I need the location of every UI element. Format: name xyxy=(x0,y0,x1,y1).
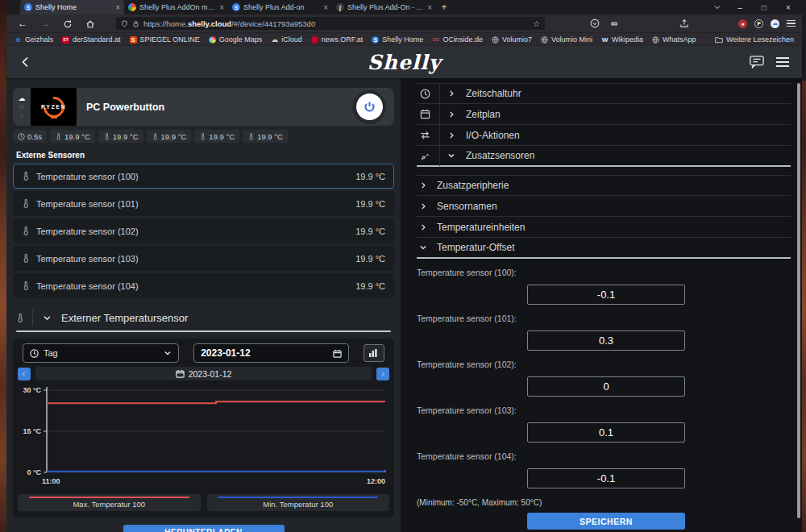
bookmark-google-maps[interactable]: GGoogle Maps xyxy=(209,35,263,44)
wikipedia-favicon: W xyxy=(601,36,609,44)
menu-divider xyxy=(439,125,440,145)
sensor-row-101[interactable]: Temperature sensor (101) 19.9 °C xyxy=(13,191,394,216)
svg-text:11:00: 11:00 xyxy=(42,477,60,485)
power-button[interactable] xyxy=(352,90,386,124)
legend-max[interactable]: Max. Temperatur 100 xyxy=(18,494,201,511)
next-day-button[interactable] xyxy=(376,368,389,380)
submenu-sensornamen[interactable]: Sensornamen xyxy=(417,196,791,217)
bookmark-icloud[interactable]: ☁iCloud xyxy=(271,35,302,44)
app-menu-icon[interactable] xyxy=(776,55,789,69)
globe-icon xyxy=(541,36,548,44)
home-button[interactable] xyxy=(81,15,100,32)
orf-favicon xyxy=(311,36,318,44)
prev-day-button[interactable] xyxy=(18,368,31,380)
tab-shelly-home[interactable]: S Shelly Home × xyxy=(20,0,124,15)
date-input[interactable]: 2023-01-12 xyxy=(193,343,349,363)
tab-list-chevron-icon[interactable] xyxy=(713,3,721,11)
offset-label-101: Temperature sensor (101): xyxy=(417,314,791,323)
download-button[interactable]: HERUNTERLADEN xyxy=(123,525,285,532)
minimize-button[interactable]: – xyxy=(734,3,746,12)
sensor-row-103[interactable]: Temperature sensor (103) 19.9 °C xyxy=(13,246,394,271)
chevron-right-icon xyxy=(447,131,455,139)
menu-icon[interactable] xyxy=(787,20,796,27)
bar-chart-icon xyxy=(369,349,379,357)
save-page-icon[interactable] xyxy=(679,19,689,28)
tab-plus-addon[interactable]: S Shelly Plus Add-on × xyxy=(228,0,332,15)
chart-type-button[interactable] xyxy=(364,344,384,362)
submenu-zusatzperipherie[interactable]: Zusatzperipherie xyxy=(417,175,791,196)
adblock-extension-icon[interactable]: ● xyxy=(738,19,747,28)
chevron-right-icon xyxy=(447,89,455,98)
bookmark-geizhals[interactable]: GGeizhals xyxy=(15,35,53,44)
forward-button[interactable]: → xyxy=(35,15,55,32)
bookmark-derstandard[interactable]: STderStandard.at xyxy=(62,35,121,44)
bookmark-wikipedia[interactable]: WWikipedia xyxy=(601,35,643,44)
bookmark-volumio7[interactable]: Volumio7 xyxy=(492,35,532,44)
tab-close-icon[interactable]: × xyxy=(219,3,224,12)
legend-min[interactable]: Min. Temperatur 100 xyxy=(207,494,390,511)
tab-close-icon[interactable]: × xyxy=(427,3,432,12)
bookmarks-more[interactable]: Weitere Lesezeichen xyxy=(715,35,794,44)
save-button[interactable]: SPEICHERN xyxy=(527,513,685,530)
offset-label-100: Temperature sensor (100): xyxy=(417,268,791,277)
chevron-down-icon xyxy=(164,349,172,357)
tab-addon-shop[interactable]: ʃ Shelly Plus Add-On - All Produ × xyxy=(332,0,436,15)
bookmark-volumio-mini[interactable]: Volumio Mini xyxy=(541,35,592,44)
submenu-temperatureinheiten[interactable]: Temperatureinheiten xyxy=(417,217,791,238)
history-controls: Tag 2023-01-12 xyxy=(18,343,389,363)
pocket-icon[interactable] xyxy=(590,19,600,28)
back-chevron-icon[interactable] xyxy=(19,56,32,69)
close-button[interactable]: × xyxy=(783,3,794,12)
sensor-row-102[interactable]: Temperature sensor (102) 19.9 °C xyxy=(13,218,394,243)
cloud-extension-icon[interactable]: ☁ xyxy=(771,19,779,28)
p-extension-icon[interactable]: P xyxy=(754,19,763,28)
infinity-extension-icon[interactable]: ∞ xyxy=(611,18,618,29)
menu-item-io-aktionen[interactable]: I/O-Aktionen xyxy=(417,125,791,146)
device-quick-icons: ☁ ⟳ < xyxy=(13,94,31,120)
offset-input-101[interactable] xyxy=(527,330,685,351)
bookmark-whatsapp[interactable]: WhatsApp xyxy=(652,35,696,44)
tab-addon-manual[interactable]: Shelly Plus AddOn manual - Go × xyxy=(124,0,228,15)
menu-item-zusatzsensoren[interactable]: Zusatzsensoren xyxy=(417,146,791,167)
extension-icons: ● P ☁ xyxy=(738,19,796,28)
sensor-row-104[interactable]: Temperature sensor (104) 19.9 °C xyxy=(13,273,394,298)
reload-button[interactable] xyxy=(58,15,77,32)
tab-close-icon[interactable]: × xyxy=(323,3,328,12)
lock-icon[interactable] xyxy=(132,20,139,27)
chat-icon[interactable] xyxy=(749,55,765,69)
derstandard-favicon: ST xyxy=(62,36,69,44)
bookmark-spiegel[interactable]: SSPIEGEL ONLINE xyxy=(130,35,200,44)
bookmark-shelly-home[interactable]: SShelly Home xyxy=(372,35,423,44)
sensor-row-100[interactable]: Temperature sensor (100) 19.9 °C xyxy=(13,164,394,189)
offset-input-103[interactable] xyxy=(527,422,685,443)
shield-icon[interactable] xyxy=(121,20,128,27)
shelly-favicon: S xyxy=(372,36,379,44)
share-icon[interactable]: < xyxy=(19,112,23,120)
menu-item-zeitplan[interactable]: Zeitplan xyxy=(417,104,791,125)
bookmark-ocinside[interactable]: OCOCinside.de xyxy=(432,35,483,44)
menu-item-zeitschaltuhr[interactable]: Zeitschaltuhr xyxy=(417,83,791,104)
chevron-down-icon[interactable] xyxy=(43,314,52,322)
page-scrollbar[interactable] xyxy=(797,83,800,518)
back-button[interactable]: ← xyxy=(13,15,32,32)
chart-legend: Max. Temperatur 100 Min. Temperatur 100 xyxy=(18,494,389,511)
new-tab-button[interactable]: + xyxy=(436,0,452,15)
submenu-temperatur-offset[interactable]: Temperatur-Offset xyxy=(417,238,791,259)
app-header: Shelly xyxy=(6,46,802,78)
offset-input-102[interactable] xyxy=(527,376,685,397)
sync-icon[interactable]: ⟳ xyxy=(19,103,25,111)
bookmark-orf[interactable]: news.ORF.at xyxy=(311,35,364,44)
bookmark-star-icon[interactable]: ☆ xyxy=(533,19,540,28)
url-text[interactable]: https://home.shelly.cloud/#/device/44179… xyxy=(143,19,529,28)
range-select[interactable]: Tag xyxy=(23,343,179,363)
maximize-button[interactable]: □ xyxy=(758,3,770,12)
chevron-down-icon xyxy=(447,152,455,160)
toolbar-icons: ∞ xyxy=(590,18,689,29)
thermometer-icon xyxy=(22,171,30,181)
external-sensors-title: Externe Sensoren xyxy=(16,151,394,160)
offset-input-104[interactable] xyxy=(527,468,685,488)
url-bar[interactable]: https://home.shelly.cloud/#/device/44179… xyxy=(116,17,545,30)
ext-temp-section-header[interactable]: Externer Temperatursensor xyxy=(13,308,394,327)
offset-input-100[interactable] xyxy=(527,285,685,305)
tab-close-icon[interactable]: × xyxy=(115,3,120,12)
